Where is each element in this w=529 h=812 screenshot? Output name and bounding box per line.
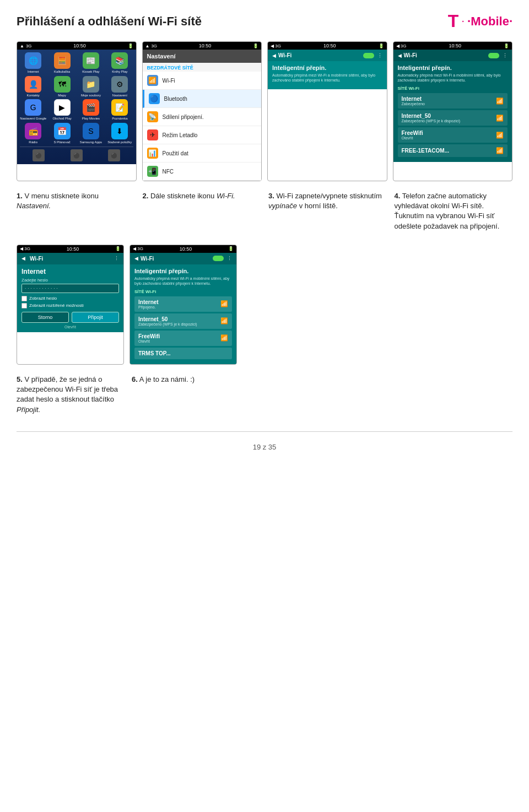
app-play[interactable]: ▶ Obchod Play — [48, 99, 75, 121]
settings-item-wifi[interactable]: 📶 Wi-Fi — [143, 72, 262, 90]
placeholder-area — [242, 245, 512, 365]
network-free2-4[interactable]: FREE-1ETACOM... 📶 — [398, 144, 508, 157]
network-icon-3: ◀ 3G — [271, 44, 281, 48]
instruction-4: 4. Telefon začne automaticky vyhledávat … — [395, 191, 513, 231]
app-knihy-label: Knihy Play — [112, 70, 127, 74]
connected-toggle[interactable] — [213, 256, 224, 261]
app-stazene[interactable]: ⬇ Stažené položky — [106, 123, 133, 144]
tmobile-t: T — [448, 11, 459, 31]
wifi-toggle-3[interactable] — [363, 53, 374, 58]
network-free2-info: FREE-1ETACOM... — [402, 148, 449, 154]
dock-icon-1[interactable]: ⚫ — [33, 149, 45, 161]
settings-item-nfc[interactable]: 📲 NFC — [143, 163, 262, 181]
app-movies[interactable]: 🎬 Play Movies — [78, 99, 104, 121]
connected-internet-signal: 📶 — [220, 300, 228, 307]
screenshots-row-2: ◀ 3G 10:50 🔋 ◀ Wi-Fi ⋮ Internet Zadejte … — [17, 245, 512, 365]
screen-4-wifi-networks: ◀ 3G 10:50 🔋 ◀ Wi-Fi ⋮ Inteligentní přep… — [393, 41, 513, 181]
app-movies-label: Play Movies — [82, 117, 100, 121]
signal-bars: 3G — [26, 44, 32, 48]
app-kontakty[interactable]: 👤 Kontakty — [20, 76, 46, 98]
app-knihy[interactable]: 📚 Knihy Play — [106, 52, 133, 74]
tmobile-sep1: · — [462, 17, 464, 26]
app-mapy[interactable]: 🗺 Mapy — [48, 76, 75, 98]
network-internet-name: Internet — [402, 96, 425, 102]
connected-internet50-status: Zabezpečeno (WPS je k dispozici) — [138, 322, 197, 326]
connected-freewifi[interactable]: FreeWifi Otevřít 📶 — [134, 331, 232, 346]
wifi-menu-3[interactable]: ⋮ — [377, 53, 382, 58]
app-kiosek-label: Kiosek Play — [82, 70, 99, 74]
network-free2-signal: 📶 — [496, 147, 504, 154]
status-time-3: 10:50 — [323, 43, 336, 48]
dock-icon-3[interactable]: ⚫ — [108, 149, 120, 161]
network-freewifi-status: Otevřít — [402, 136, 423, 140]
app-google-icon: G — [25, 99, 41, 116]
password-menu[interactable]: ⋮ — [114, 256, 119, 261]
instructions-row-1: 1. V menu stisknete ikonu Nastavení. 2. … — [17, 191, 512, 231]
instruction-1-text: 1. V menu stisknete ikonu Nastavení. — [17, 191, 135, 211]
connected-trms[interactable]: TRMS TOP... — [134, 348, 232, 359]
network-internet50-signal: 📶 — [496, 115, 504, 122]
show-advanced-row: Zobrazit rozšířené možnosti — [21, 303, 119, 308]
signal-2: 3G — [151, 44, 157, 48]
status-bar-5: ◀ 3G 10:50 🔋 — [17, 245, 123, 253]
inteligent-title-4: Inteligentní přepín. — [398, 64, 508, 71]
password-field[interactable]: ············ — [21, 284, 119, 293]
cancel-button[interactable]: Storno — [21, 312, 69, 323]
settings-item-sdileni[interactable]: 📡 Sdílení připojení. — [143, 108, 262, 126]
wifi-menu-4[interactable]: ⋮ — [503, 53, 508, 58]
connected-trms-name: TRMS TOP... — [138, 350, 171, 356]
connect-button[interactable]: Připojit — [72, 312, 119, 323]
network-internet50-4[interactable]: Internet_50 Zabezpečeno (WPS je k dispoz… — [398, 110, 508, 126]
app-soubory[interactable]: 📁 Moje soubory — [78, 76, 104, 98]
status-left-1: ▲ 3G — [20, 44, 32, 48]
instruction-empty-2 — [384, 375, 512, 415]
show-password-checkbox[interactable] — [21, 296, 27, 301]
network-internet-4[interactable]: Internet Zabezpečeno 📶 — [398, 93, 508, 109]
app-kalkulacka[interactable]: 🧮 Kalkulačka — [48, 52, 75, 74]
connected-internet50[interactable]: Internet_50 Zabezpečeno (WPS je k dispoz… — [134, 313, 232, 329]
connected-back: ◀ — [134, 256, 138, 261]
network-freewifi-4[interactable]: FreeWifi Otevřít 📶 — [398, 127, 508, 143]
wifi-toggle-4[interactable] — [488, 53, 499, 58]
connected-internet50-info: Internet_50 Zabezpečeno (WPS je k dispoz… — [138, 316, 197, 326]
dock-icon-2[interactable]: ⚫ — [71, 149, 83, 161]
instruction-5-italic: Připojit. — [17, 405, 40, 414]
network-internet-signal: 📶 — [496, 98, 504, 105]
app-kiosek[interactable]: 📰 Kiosek Play — [78, 52, 104, 74]
show-advanced-checkbox[interactable] — [21, 303, 27, 308]
network-freewifi-name: FreeWifi — [402, 130, 423, 136]
screen-2-settings: ▲ 3G 10:50 🔋 Nastavení BEZDRÁTOVÉ SÍTĚ 📶… — [142, 41, 262, 181]
app-samsung-label: Samsung Apps — [80, 140, 102, 144]
app-google[interactable]: G Nastavení Google — [20, 99, 46, 121]
data-icon: 📊 — [147, 148, 158, 159]
instruction-5: 5. V případě, že se jedná o zabezpečenou… — [17, 375, 124, 415]
app-poznamka[interactable]: 📝 Poznámka — [106, 99, 133, 121]
password-bottom: Otevřít — [21, 325, 119, 329]
wifi-content-3: Inteligentní přepín. Automaticky přepíná… — [268, 61, 387, 89]
app-radio-icon: 📻 — [25, 123, 41, 139]
settings-item-letadlo[interactable]: ✈ Režim Letadlo — [143, 126, 262, 144]
app-nastaveni-label: Nastavení — [112, 94, 127, 98]
settings-item-data[interactable]: 📊 Použití dat — [143, 144, 262, 163]
status-time-4: 10:50 — [449, 43, 461, 48]
status-bar-1: ▲ 3G 10:50 🔋 — [17, 42, 136, 50]
instruction-6-number: 6. — [132, 375, 138, 383]
connected-freewifi-signal: 📶 — [220, 334, 228, 342]
connected-internet[interactable]: Internet Připojeno. 📶 — [134, 296, 232, 312]
home-dock: ⚫ ⚫ ⚫ — [20, 147, 133, 161]
password-screen: ◀ Wi-Fi ⋮ Internet Zadejte heslo ·······… — [17, 253, 123, 332]
screen-5-password: ◀ 3G 10:50 🔋 ◀ Wi-Fi ⋮ Internet Zadejte … — [17, 245, 124, 365]
app-samsung[interactable]: S Samsung Apps — [78, 123, 104, 144]
app-planovac[interactable]: 📅 S Plánovač — [48, 123, 75, 144]
settings-item-bluetooth[interactable]: 🔵 Bluetooth — [143, 90, 262, 108]
app-radio[interactable]: 📻 Rádio — [20, 123, 46, 144]
password-back: ◀ — [21, 256, 25, 261]
app-nastaveni[interactable]: ⚙ Nastavení — [106, 76, 133, 98]
app-play-icon: ▶ — [54, 99, 71, 116]
show-advanced-label: Zobrazit rozšířené možnosti — [29, 303, 84, 308]
wifi-back-3: ◀ — [272, 53, 276, 58]
connected-menu[interactable]: ⋮ — [227, 256, 232, 261]
instruction-2: 2. Dále stisknete ikonu Wi-Fi. — [143, 191, 261, 231]
app-internet[interactable]: 🌐 Internet — [20, 52, 46, 74]
password-title: Wi-Fi — [30, 256, 112, 262]
